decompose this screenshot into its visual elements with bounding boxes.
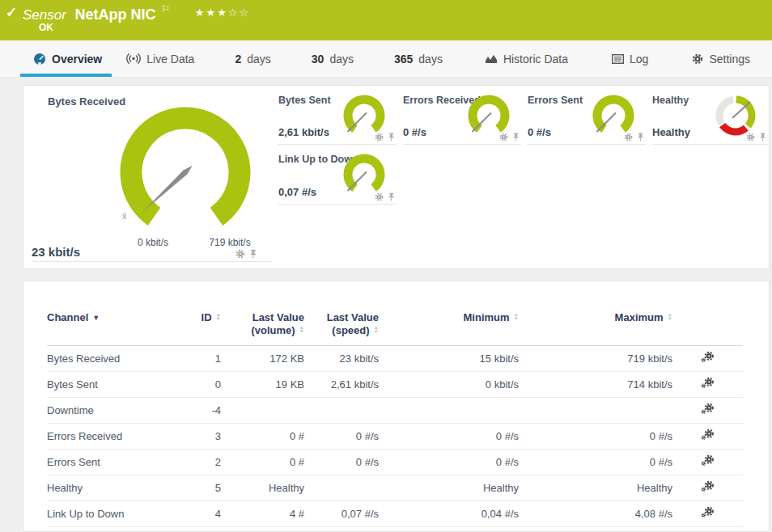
channel-settings-icon[interactable]: [701, 351, 715, 366]
channel-name: Downtime: [47, 398, 176, 424]
gauge-value: Healthy: [652, 126, 690, 138]
divider: [528, 144, 646, 145]
log-icon: [612, 54, 624, 64]
table-row[interactable]: Link Up to Down 4 4 # 0,07 #/s 0,04 #/s …: [47, 501, 743, 527]
tab-live-data[interactable]: Live Data: [126, 40, 194, 77]
channel-settings-icon[interactable]: [701, 377, 715, 392]
gauge-tools: [375, 192, 395, 201]
pin-icon[interactable]: [759, 133, 766, 141]
gear-icon[interactable]: [624, 133, 633, 141]
gauge-cell-link-up-to-down: Link Up to Down 0,07 #/s: [278, 150, 397, 205]
sort-icon: ▲▼: [668, 312, 672, 321]
gear-icon[interactable]: [375, 192, 384, 201]
gauge-icon: [33, 53, 46, 65]
column-header-channel[interactable]: Channel▼: [47, 304, 176, 346]
gear-icon[interactable]: [375, 133, 384, 141]
gauge-cell-errors-sent: Errors Sent 0 #/s: [528, 91, 646, 145]
column-header-id[interactable]: ID▲▼: [176, 304, 221, 346]
column-header-maximum[interactable]: Maximum▲▼: [519, 304, 672, 346]
column-header-last-value-speed[interactable]: Last Value (speed)▲▼: [304, 304, 379, 346]
column-header-actions: [672, 304, 743, 346]
last-value-speed: 0,07 #/s: [304, 501, 379, 527]
channel-table: Channel▼ ID▲▼ Last Value (volume)▲▼ Last…: [47, 304, 743, 527]
gauge-value: 2,61 kbit/s: [278, 126, 329, 138]
table-row[interactable]: Healthy 5 Healthy Healthy Healthy: [47, 475, 743, 501]
gauge-tools: [624, 133, 644, 141]
channel-settings-icon[interactable]: [701, 429, 715, 444]
channel-settings-icon[interactable]: [701, 403, 715, 418]
pin-icon[interactable]: [637, 133, 644, 141]
sort-icon: ▲▼: [374, 325, 379, 334]
tab-settings[interactable]: Settings: [692, 40, 750, 77]
tab-label: Settings: [709, 53, 750, 65]
last-value-volume: 172 KB: [221, 346, 304, 372]
table-row[interactable]: Bytes Received 1 172 KB 23 kbit/s 15 kbi…: [47, 346, 743, 372]
sensor-status-banner: ✓ Sensor NetApp NIC ⚐ ★★★☆☆ OK: [0, 0, 772, 40]
maximum-value: 0 #/s: [519, 450, 672, 475]
object-kind-label: Sensor: [23, 7, 66, 23]
gauge-tools: [746, 133, 766, 141]
column-header-last-value-volume[interactable]: Last Value (volume)▲▼: [221, 304, 304, 346]
gauge-title: Bytes Received: [48, 95, 125, 108]
column-label: (speed): [332, 324, 369, 336]
gear-icon[interactable]: [499, 133, 508, 141]
tab-label: days: [418, 53, 443, 65]
tab-2-days[interactable]: 2 days: [235, 40, 270, 77]
table-row[interactable]: Downtime -4: [47, 398, 743, 424]
channel-settings-icon[interactable]: [701, 506, 715, 521]
tab-overview[interactable]: Overview: [20, 40, 112, 77]
minimum-value: 0 #/s: [379, 450, 519, 475]
tab-historic-data[interactable]: Historic Data: [485, 40, 568, 77]
pin-icon[interactable]: [512, 133, 520, 141]
gauge-value: 0 #/s: [403, 126, 426, 138]
table-row[interactable]: Errors Received 3 0 # 0 #/s 0 #/s 0 #/s: [47, 424, 743, 450]
last-value-speed: [304, 475, 379, 501]
gauge-value: 0,07 #/s: [278, 186, 316, 198]
table-row[interactable]: Errors Sent 2 0 # 0 #/s 0 #/s 0 #/s: [47, 450, 743, 475]
tab-365-days[interactable]: 365 days: [394, 40, 443, 77]
tab-label: Overview: [52, 53, 102, 65]
last-value-volume: 0 #: [221, 424, 304, 450]
pin-icon[interactable]: [388, 133, 395, 141]
channel-settings-icon[interactable]: [701, 480, 715, 496]
sort-icon: ▲▼: [514, 312, 519, 321]
tab-log[interactable]: Log: [612, 40, 648, 77]
gauge-tools: [235, 249, 257, 259]
last-value-volume: 19 KB: [221, 372, 304, 398]
flag-icon[interactable]: ⚐: [161, 3, 170, 15]
minimum-value: 15 kbit/s: [379, 346, 519, 372]
channel-settings-icon[interactable]: [701, 454, 715, 470]
channel-id: 2: [176, 450, 221, 475]
status-badge: OK: [39, 22, 53, 33]
gauge-title: Bytes Sent: [278, 95, 331, 106]
column-label: Last Value: [252, 311, 304, 323]
area-chart-icon: [485, 53, 498, 64]
tab-value: 365: [394, 53, 413, 65]
priority-stars[interactable]: ★★★☆☆: [195, 6, 250, 19]
divider: [278, 144, 397, 145]
channel-name: Link Up to Down: [47, 501, 176, 527]
column-header-minimum[interactable]: Minimum▲▼: [379, 304, 519, 346]
minimum-value: 0,04 #/s: [379, 501, 519, 527]
divider: [652, 144, 768, 145]
gauge-min-label: 0 kbit/s: [125, 237, 181, 248]
table-row[interactable]: Bytes Sent 0 19 KB 2,61 kbit/s 0 kbit/s …: [47, 372, 743, 398]
gear-icon[interactable]: [746, 133, 755, 141]
gauge-title: Errors Sent: [528, 95, 583, 106]
maximum-value: Healthy: [519, 475, 672, 501]
column-label: (volume): [251, 324, 295, 336]
divider: [403, 144, 521, 145]
divider: [278, 204, 397, 205]
ok-check-icon: ✓: [6, 4, 17, 21]
minimum-value: [379, 398, 519, 424]
gauge-needle: [142, 166, 193, 212]
tab-30-days[interactable]: 30 days: [312, 40, 354, 77]
last-value-volume: 4 #: [221, 501, 304, 527]
pin-icon[interactable]: [388, 192, 395, 201]
gear-icon[interactable]: [235, 249, 245, 259]
column-label: Last Value: [327, 311, 379, 323]
maximum-value: [519, 398, 672, 424]
column-label: Maximum: [615, 311, 664, 323]
pin-icon[interactable]: [249, 249, 257, 259]
channel-id: 3: [176, 424, 221, 450]
